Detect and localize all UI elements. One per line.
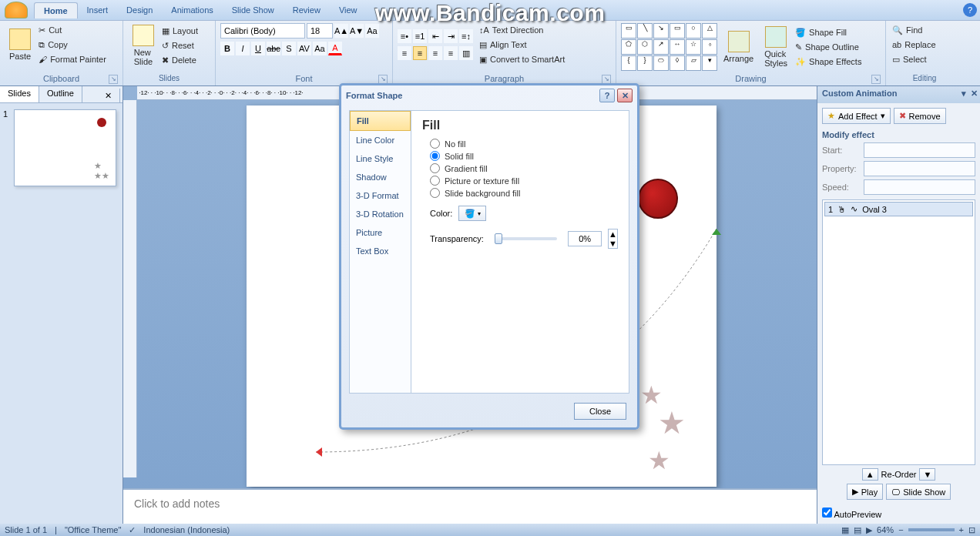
transparency-spinner[interactable]: ▲▼: [608, 229, 618, 249]
columns-button[interactable]: ▥: [459, 46, 473, 60]
add-effect-button[interactable]: ★Add Effect▾: [822, 108, 891, 124]
text-direction-button[interactable]: ↕AText Direction: [478, 23, 566, 37]
replace-button[interactable]: abReplace: [891, 38, 958, 52]
help-icon[interactable]: ?: [963, 3, 977, 17]
italic-button[interactable]: I: [236, 42, 250, 55]
font-name-select[interactable]: [220, 23, 305, 39]
shape-outline-button[interactable]: ✎Shape Outline: [794, 40, 863, 54]
quick-styles-button[interactable]: Quick Styles: [760, 25, 792, 69]
cat-linecolor[interactable]: Line Color: [350, 131, 411, 149]
shadow-button[interactable]: S: [282, 42, 296, 55]
find-button[interactable]: 🔍Find: [891, 23, 958, 37]
fit-button[interactable]: ⊡: [968, 525, 975, 535]
shape-effects-button[interactable]: ✨Shape Effects: [794, 55, 863, 69]
strike-button[interactable]: abc: [267, 42, 280, 55]
cat-3dformat[interactable]: 3-D Format: [350, 186, 411, 205]
delete-button[interactable]: ✖Delete: [160, 53, 200, 67]
slideshow-button[interactable]: 🖵Slide Show: [886, 484, 951, 500]
justify-button[interactable]: ≡: [444, 46, 458, 60]
spacing-button[interactable]: AV: [297, 42, 311, 55]
opt-nofill[interactable]: No fill: [430, 139, 618, 149]
align-text-button[interactable]: ▤Align Text: [478, 38, 566, 52]
reset-button[interactable]: ↺Reset: [160, 39, 200, 52]
font-color-button[interactable]: A: [328, 42, 342, 55]
reorder-up[interactable]: ▲: [862, 468, 878, 481]
autopreview-checkbox[interactable]: AutoPreview: [822, 508, 975, 519]
grow-font-button[interactable]: A▲: [334, 24, 348, 38]
shape-fill-button[interactable]: 🪣Shape Fill: [794, 25, 863, 39]
opt-gradientfill[interactable]: Gradient fill: [430, 163, 618, 173]
view-normal-button[interactable]: ▦: [841, 525, 849, 535]
cut-button[interactable]: ✂Cut: [37, 23, 108, 37]
align-center-button[interactable]: ≡: [413, 46, 427, 60]
drawing-launcher[interactable]: ↘: [871, 75, 881, 84]
anim-dropdown-icon[interactable]: ▾: [962, 89, 966, 99]
numbering-button[interactable]: ≡1: [413, 29, 427, 43]
cat-picture[interactable]: Picture: [350, 223, 411, 242]
star-shape-3[interactable]: ★: [648, 446, 670, 475]
opt-solidfill[interactable]: Solid fill: [430, 151, 618, 161]
cat-fill[interactable]: Fill: [350, 111, 411, 131]
opt-backgroundfill[interactable]: Slide background fill: [430, 188, 618, 198]
outline-tab[interactable]: Outline: [39, 86, 82, 102]
zoom-in-button[interactable]: +: [959, 525, 964, 534]
indent-button[interactable]: ⇥: [444, 29, 458, 43]
star-shape-2[interactable]: ★: [658, 405, 686, 441]
outdent-button[interactable]: ⇤: [428, 29, 442, 43]
cat-shadow[interactable]: Shadow: [350, 168, 411, 186]
close-pane-button[interactable]: ✕: [97, 89, 120, 103]
select-button[interactable]: ▭Select: [891, 52, 958, 66]
zoom-slider[interactable]: [908, 528, 955, 531]
arrange-button[interactable]: Arrange: [719, 29, 758, 65]
office-button[interactable]: [5, 2, 28, 18]
tab-animations[interactable]: Animations: [162, 2, 222, 18]
tab-view[interactable]: View: [330, 2, 367, 18]
layout-button[interactable]: ▦Layout: [160, 24, 200, 38]
paste-button[interactable]: Paste: [5, 27, 35, 62]
close-button[interactable]: Close: [574, 403, 626, 420]
new-slide-button[interactable]: New Slide: [128, 23, 159, 68]
reorder-down[interactable]: ▼: [919, 468, 935, 481]
font-size-select[interactable]: [307, 23, 333, 39]
status-language[interactable]: Indonesian (Indonesia): [143, 525, 230, 534]
format-painter-button[interactable]: 🖌Format Painter: [37, 52, 108, 66]
tab-slideshow[interactable]: Slide Show: [223, 2, 284, 18]
cat-linestyle[interactable]: Line Style: [350, 149, 411, 168]
notes-pane[interactable]: Click to add notes: [123, 488, 817, 524]
tab-insert[interactable]: Insert: [78, 2, 118, 18]
case-button[interactable]: Aa: [313, 42, 327, 55]
start-select[interactable]: [864, 142, 975, 158]
tab-review[interactable]: Review: [284, 2, 330, 18]
copy-button[interactable]: ⧉Copy: [37, 38, 108, 52]
slides-tab[interactable]: Slides: [0, 86, 39, 102]
play-button[interactable]: ▶Play: [847, 484, 883, 500]
zoom-out-button[interactable]: −: [898, 525, 903, 534]
linespace-button[interactable]: ≡↕: [459, 29, 473, 43]
underline-button[interactable]: U: [251, 42, 265, 55]
align-right-button[interactable]: ≡: [428, 46, 442, 60]
opt-picturefill[interactable]: Picture or texture fill: [430, 176, 618, 186]
speed-select[interactable]: [864, 179, 975, 195]
convert-smartart-button[interactable]: ▣Convert to SmartArt: [478, 52, 566, 66]
spellcheck-icon[interactable]: ✓: [129, 525, 136, 535]
bullets-button[interactable]: ≡•: [398, 29, 411, 43]
oval-shape[interactable]: [638, 179, 678, 219]
tab-home[interactable]: Home: [34, 2, 78, 18]
property-select[interactable]: [864, 161, 975, 176]
color-picker-button[interactable]: 🪣▾: [458, 206, 486, 221]
shrink-font-button[interactable]: A▼: [350, 24, 364, 38]
bold-button[interactable]: B: [220, 42, 234, 55]
slide-thumbnail-1[interactable]: ★★★: [14, 109, 116, 186]
clear-format-button[interactable]: Aa: [365, 24, 379, 38]
transparency-value[interactable]: [568, 231, 602, 246]
dialog-help-button[interactable]: ?: [599, 89, 615, 102]
remove-effect-button[interactable]: ✖Remove: [894, 108, 946, 124]
close-anim-pane[interactable]: ✕: [971, 89, 978, 99]
animation-list[interactable]: 1 🖱 ∿ Oval 3: [822, 199, 975, 465]
tab-design[interactable]: Design: [117, 2, 162, 18]
view-sorter-button[interactable]: ▤: [854, 525, 861, 535]
cat-textbox[interactable]: Text Box: [350, 242, 411, 260]
align-left-button[interactable]: ≡: [398, 46, 411, 60]
clipboard-launcher[interactable]: ↘: [109, 75, 118, 84]
animation-item-1[interactable]: 1 🖱 ∿ Oval 3: [824, 202, 973, 216]
